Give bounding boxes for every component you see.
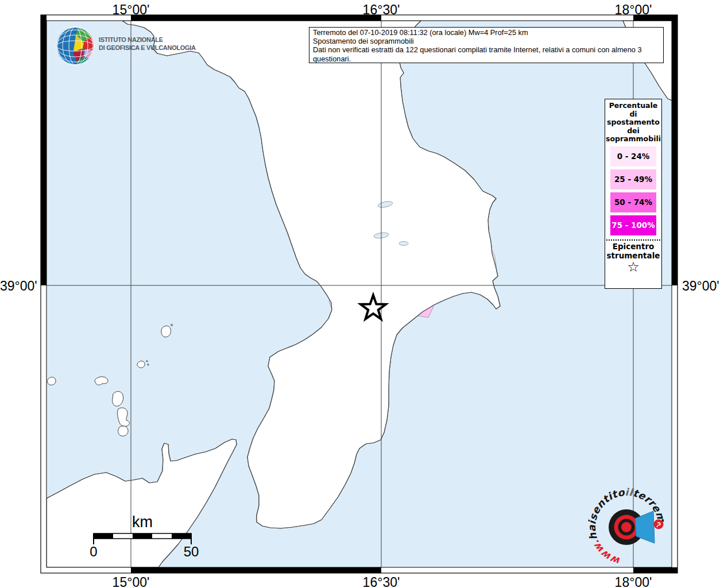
- scale-end-label: 50: [184, 544, 199, 559]
- map-page: km 0 50: [0, 0, 720, 588]
- legend-title: Percentuale di spostamento dei soprammob…: [605, 99, 661, 144]
- axis-label-bottom-15: 15°00': [113, 575, 150, 588]
- island-panarea: [137, 361, 145, 368]
- island-vulcano: [118, 426, 129, 436]
- axis-label-top-1630: 16°30': [363, 2, 400, 18]
- bullseye-center: [621, 522, 632, 532]
- scale-segment: [94, 533, 113, 539]
- map-canvas: km 0 50: [0, 0, 720, 588]
- island-dot: [148, 364, 149, 365]
- legend-label: 50 - 74%: [614, 198, 652, 207]
- scale-start-label: 0: [90, 544, 97, 559]
- legend-divider: [606, 239, 660, 241]
- event-info-box: Terremoto del 07-10-2019 08:11:32 (ora l…: [309, 27, 664, 63]
- island-dot: [171, 324, 173, 326]
- legend-label: 25 - 49%: [614, 175, 652, 184]
- scale-segment: [172, 533, 191, 539]
- ingv-logo-line2: DI GEOFISICA E VULCANOLOGIA: [99, 44, 196, 51]
- legend: Percentuale di spostamento dei soprammob…: [605, 99, 662, 289]
- axis-label-bottom-1630: 16°30': [363, 575, 400, 588]
- island-dot: [146, 361, 148, 362]
- axis-label-right-39: 39°00': [682, 278, 719, 294]
- axis-label-left-39: 39°00': [0, 278, 37, 294]
- ingv-logo-line1: ISTITUTO NAZIONALE: [99, 36, 163, 43]
- event-data-note: Dati non verificati estratti da 122 ques…: [313, 45, 660, 63]
- legend-label: 75 - 100%: [611, 220, 655, 230]
- axis-label-top-18: 18°00': [615, 2, 652, 18]
- legend-swatch-25-49: 25 - 49%: [610, 169, 656, 189]
- island-alicudi: [47, 377, 56, 385]
- legend-label: 0 - 24%: [617, 152, 650, 161]
- axis-label-top-15: 15°00': [113, 2, 150, 18]
- legend-swatch-75-100: 75 - 100%: [610, 215, 656, 235]
- legend-swatch-0-24: 0 - 24%: [610, 146, 656, 167]
- legend-swatch-50-74: 50 - 74%: [610, 192, 656, 212]
- lake: [399, 242, 408, 246]
- event-map-type: Spostamento dei soprammobili: [313, 37, 660, 45]
- scale-unit-label: km: [132, 513, 153, 531]
- event-title: Terremoto del 07-10-2019 08:11:32 (ora l…: [313, 28, 660, 37]
- legend-star-icon: ☆: [605, 260, 661, 274]
- axis-label-bottom-18: 18°00': [615, 575, 652, 588]
- legend-epicenter-label: Epicentro strumentale: [605, 242, 661, 260]
- island-stromboli: [161, 326, 171, 337]
- scale-segment: [133, 533, 152, 539]
